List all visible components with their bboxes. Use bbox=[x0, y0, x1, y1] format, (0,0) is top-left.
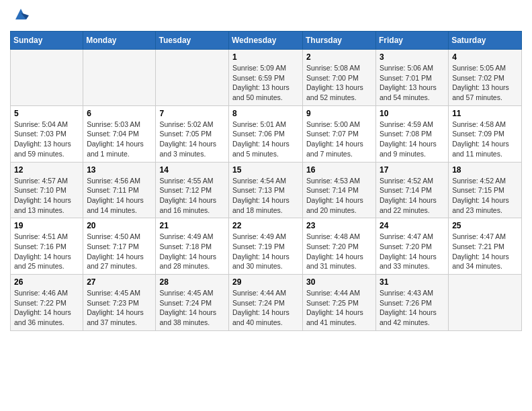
sunrise-text: Sunrise: 4:48 AM bbox=[306, 232, 360, 240]
day-info: Sunrise: 4:44 AMSunset: 7:25 PMDaylight:… bbox=[306, 288, 372, 328]
day-info: Sunrise: 4:47 AMSunset: 7:20 PMDaylight:… bbox=[380, 232, 445, 271]
day-info: Sunrise: 4:50 AMSunset: 7:17 PMDaylight:… bbox=[87, 232, 152, 271]
weekday-header-wednesday: Wednesday bbox=[229, 32, 303, 50]
sunrise-text: Sunrise: 4:44 AM bbox=[232, 289, 286, 297]
day-number: 1 bbox=[232, 52, 299, 62]
calendar-cell bbox=[449, 275, 522, 331]
sunset-text: Sunset: 7:13 PM bbox=[232, 186, 285, 194]
sunset-text: Sunset: 6:59 PM bbox=[232, 74, 285, 82]
day-info: Sunrise: 4:49 AMSunset: 7:19 PMDaylight:… bbox=[232, 232, 299, 271]
sunrise-text: Sunrise: 5:05 AM bbox=[452, 64, 506, 72]
day-info: Sunrise: 5:02 AMSunset: 7:05 PMDaylight:… bbox=[159, 120, 225, 159]
day-number: 28 bbox=[159, 277, 225, 287]
daylight-text: Daylight: 14 hours and 20 minutes. bbox=[306, 196, 363, 214]
daylight-text: Daylight: 14 hours and 34 minutes. bbox=[452, 253, 509, 271]
day-number: 6 bbox=[87, 109, 152, 118]
day-info: Sunrise: 4:54 AMSunset: 7:13 PMDaylight:… bbox=[232, 176, 299, 216]
day-number: 21 bbox=[159, 221, 225, 230]
sunset-text: Sunset: 7:22 PM bbox=[14, 299, 66, 307]
day-info: Sunrise: 4:46 AMSunset: 7:22 PMDaylight:… bbox=[14, 288, 79, 328]
daylight-text: Daylight: 14 hours and 31 minutes. bbox=[306, 253, 363, 271]
sunset-text: Sunset: 7:19 PM bbox=[232, 242, 285, 250]
daylight-text: Daylight: 14 hours and 33 minutes. bbox=[380, 253, 437, 271]
calendar-table: SundayMondayTuesdayWednesdayThursdayFrid… bbox=[10, 31, 522, 331]
calendar-cell: 7Sunrise: 5:02 AMSunset: 7:05 PMDaylight… bbox=[156, 105, 229, 162]
daylight-text: Daylight: 13 hours and 50 minutes. bbox=[232, 83, 290, 101]
calendar-cell: 24Sunrise: 4:47 AMSunset: 7:20 PMDayligh… bbox=[376, 218, 449, 275]
day-number: 20 bbox=[87, 221, 152, 230]
daylight-text: Daylight: 14 hours and 18 minutes. bbox=[232, 196, 290, 214]
sunrise-text: Sunrise: 5:03 AM bbox=[87, 120, 140, 128]
daylight-text: Daylight: 14 hours and 38 minutes. bbox=[159, 308, 216, 326]
daylight-text: Daylight: 14 hours and 13 minutes. bbox=[14, 196, 71, 214]
calendar-cell: 27Sunrise: 4:45 AMSunset: 7:23 PMDayligh… bbox=[83, 275, 156, 331]
weekday-header-thursday: Thursday bbox=[303, 32, 376, 50]
day-number: 18 bbox=[452, 165, 518, 175]
sunset-text: Sunset: 7:11 PM bbox=[87, 186, 139, 194]
sunset-text: Sunset: 7:14 PM bbox=[380, 186, 432, 194]
daylight-text: Daylight: 14 hours and 5 minutes. bbox=[232, 140, 290, 158]
weekday-header-tuesday: Tuesday bbox=[156, 32, 229, 50]
sunrise-text: Sunrise: 4:53 AM bbox=[306, 177, 360, 185]
sunrise-text: Sunrise: 4:59 AM bbox=[380, 120, 433, 128]
daylight-text: Daylight: 14 hours and 1 minute. bbox=[87, 140, 144, 158]
day-number: 11 bbox=[452, 109, 518, 118]
sunrise-text: Sunrise: 4:55 AM bbox=[159, 177, 213, 185]
day-number: 12 bbox=[14, 165, 79, 175]
calendar-week-3: 12Sunrise: 4:57 AMSunset: 7:10 PMDayligh… bbox=[11, 162, 522, 218]
day-number: 26 bbox=[14, 277, 79, 287]
calendar-cell: 22Sunrise: 4:49 AMSunset: 7:19 PMDayligh… bbox=[229, 218, 303, 275]
calendar-cell: 2Sunrise: 5:08 AMSunset: 7:00 PMDaylight… bbox=[303, 50, 376, 106]
day-info: Sunrise: 4:59 AMSunset: 7:08 PMDaylight:… bbox=[380, 120, 445, 159]
calendar-cell: 31Sunrise: 4:43 AMSunset: 7:26 PMDayligh… bbox=[376, 275, 449, 331]
calendar-cell: 14Sunrise: 4:55 AMSunset: 7:12 PMDayligh… bbox=[156, 162, 229, 218]
day-number: 9 bbox=[306, 109, 372, 118]
calendar-cell: 21Sunrise: 4:49 AMSunset: 7:18 PMDayligh… bbox=[156, 218, 229, 275]
sunrise-text: Sunrise: 4:46 AM bbox=[14, 289, 68, 297]
day-info: Sunrise: 4:49 AMSunset: 7:18 PMDaylight:… bbox=[159, 232, 225, 271]
sunset-text: Sunset: 7:23 PM bbox=[87, 299, 139, 307]
day-number: 13 bbox=[87, 165, 152, 175]
day-info: Sunrise: 5:00 AMSunset: 7:07 PMDaylight:… bbox=[306, 120, 372, 159]
calendar-cell: 11Sunrise: 4:58 AMSunset: 7:09 PMDayligh… bbox=[449, 105, 522, 162]
calendar-cell bbox=[83, 50, 156, 106]
sunset-text: Sunset: 7:02 PM bbox=[452, 74, 504, 82]
sunset-text: Sunset: 7:21 PM bbox=[452, 242, 504, 250]
daylight-text: Daylight: 13 hours and 52 minutes. bbox=[306, 83, 363, 101]
day-info: Sunrise: 5:05 AMSunset: 7:02 PMDaylight:… bbox=[452, 63, 518, 103]
sunrise-text: Sunrise: 5:06 AM bbox=[380, 64, 433, 72]
day-info: Sunrise: 4:56 AMSunset: 7:11 PMDaylight:… bbox=[87, 176, 152, 216]
calendar-header: SundayMondayTuesdayWednesdayThursdayFrid… bbox=[11, 32, 522, 50]
calendar-body: 1Sunrise: 5:09 AMSunset: 6:59 PMDaylight… bbox=[11, 50, 522, 331]
day-number: 7 bbox=[159, 109, 225, 118]
day-info: Sunrise: 4:57 AMSunset: 7:10 PMDaylight:… bbox=[14, 176, 79, 216]
day-info: Sunrise: 4:44 AMSunset: 7:24 PMDaylight:… bbox=[232, 288, 299, 328]
sunrise-text: Sunrise: 4:51 AM bbox=[14, 232, 68, 240]
calendar-week-2: 5Sunrise: 5:04 AMSunset: 7:03 PMDaylight… bbox=[11, 105, 522, 162]
day-number: 3 bbox=[380, 52, 445, 62]
calendar-cell: 28Sunrise: 4:45 AMSunset: 7:24 PMDayligh… bbox=[156, 275, 229, 331]
sunset-text: Sunset: 7:12 PM bbox=[159, 186, 212, 194]
calendar-cell: 30Sunrise: 4:44 AMSunset: 7:25 PMDayligh… bbox=[303, 275, 376, 331]
calendar-cell: 6Sunrise: 5:03 AMSunset: 7:04 PMDaylight… bbox=[83, 105, 156, 162]
day-number: 31 bbox=[380, 277, 445, 287]
day-number: 30 bbox=[306, 277, 372, 287]
daylight-text: Daylight: 13 hours and 59 minutes. bbox=[14, 140, 71, 158]
sunrise-text: Sunrise: 4:56 AM bbox=[87, 177, 140, 185]
sunset-text: Sunset: 7:15 PM bbox=[452, 186, 504, 194]
sunrise-text: Sunrise: 4:52 AM bbox=[380, 177, 433, 185]
calendar-cell: 20Sunrise: 4:50 AMSunset: 7:17 PMDayligh… bbox=[83, 218, 156, 275]
sunset-text: Sunset: 7:24 PM bbox=[232, 299, 285, 307]
calendar-cell bbox=[156, 50, 229, 106]
day-number: 4 bbox=[452, 52, 518, 62]
sunset-text: Sunset: 7:16 PM bbox=[14, 242, 66, 250]
sunset-text: Sunset: 7:05 PM bbox=[159, 130, 212, 138]
sunset-text: Sunset: 7:18 PM bbox=[159, 242, 212, 250]
day-number: 10 bbox=[380, 109, 445, 118]
sunrise-text: Sunrise: 4:43 AM bbox=[380, 289, 433, 297]
sunset-text: Sunset: 7:20 PM bbox=[306, 242, 359, 250]
logo bbox=[10, 10, 29, 24]
sunset-text: Sunset: 7:00 PM bbox=[306, 74, 359, 82]
calendar-cell: 26Sunrise: 4:46 AMSunset: 7:22 PMDayligh… bbox=[11, 275, 83, 331]
calendar-week-5: 26Sunrise: 4:46 AMSunset: 7:22 PMDayligh… bbox=[11, 275, 522, 331]
